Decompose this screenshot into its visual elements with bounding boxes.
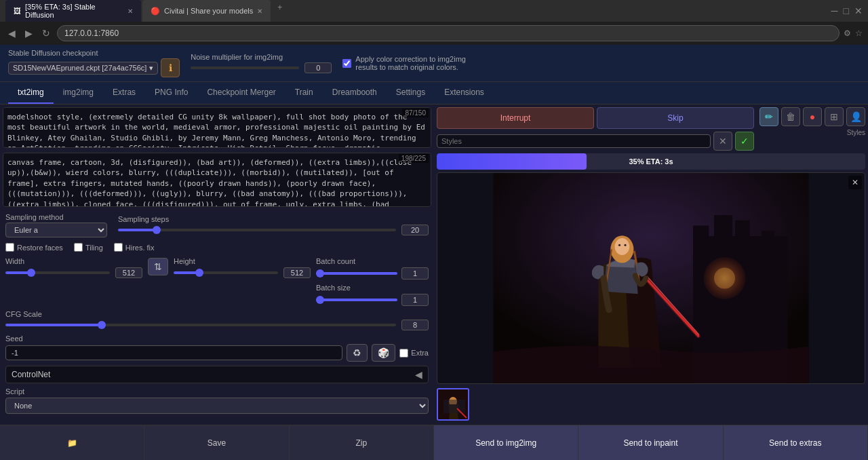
folder-button[interactable]: 📁 (0, 425, 144, 460)
width-value[interactable]: 512 (115, 267, 142, 278)
checkpoint-select[interactable]: SD15NewVAEpruned.ckpt [27a4ac756c] ▾ (8, 62, 158, 75)
tiling-checkbox[interactable] (74, 243, 83, 252)
seed-input[interactable]: -1 (5, 345, 342, 360)
batch-size-slider[interactable] (316, 299, 397, 301)
controlnet-collapse-icon[interactable]: ◀ (415, 369, 422, 380)
tab-favicon-2: 🔴 (151, 7, 160, 16)
height-value[interactable]: 512 (283, 267, 311, 278)
interrupt-button[interactable]: Interrupt (437, 107, 594, 129)
restore-faces-checkbox-item[interactable]: Restore faces (5, 243, 63, 252)
close-window-icon[interactable]: ✕ (854, 5, 863, 16)
styles-copy-icon[interactable]: ✕ (713, 132, 732, 151)
seed-recycle-button[interactable]: ♻ (347, 344, 368, 362)
send-img2img-button[interactable]: Send to img2img (434, 425, 578, 460)
main-content: 87/150 modelshoot style, (extremely deta… (0, 104, 868, 425)
sampling-steps-slider[interactable] (118, 229, 396, 231)
svg-point-12 (618, 244, 620, 246)
restore-icon[interactable]: □ (844, 5, 849, 16)
skip-button[interactable]: Skip (597, 107, 754, 129)
tab-extras[interactable]: Extras (103, 82, 145, 104)
styles-area: ✕ ✓ (437, 132, 754, 151)
tab-settings[interactable]: Settings (387, 82, 435, 104)
tab-checkpoint-merger[interactable]: Checkpoint Merger (197, 82, 285, 104)
tab-close-icon-2[interactable]: ✕ (257, 7, 262, 15)
tab-civitai[interactable]: 🔴 Civitai | Share your models ✕ (142, 0, 271, 22)
noise-input[interactable] (304, 62, 332, 73)
tab-stable-diffusion[interactable]: 🖼 [35% ETA: 3s] Stable Diffusion ✕ (5, 0, 141, 22)
zip-button[interactable]: Zip (290, 425, 434, 460)
chevron-down-icon: ▾ (149, 64, 153, 73)
new-tab-icon[interactable]: + (272, 0, 288, 22)
noise-section: Noise multiplier for img2img (191, 53, 332, 73)
style-icon-red-circle[interactable]: ● (803, 107, 822, 126)
tab-close-icon[interactable]: ✕ (127, 7, 133, 15)
style-icon-person[interactable]: 👤 (846, 107, 865, 126)
thumbnail-0[interactable] (437, 388, 469, 421)
batch-size-value[interactable]: 1 (401, 294, 429, 306)
batch-size-label: Batch size (316, 284, 429, 292)
cfg-value[interactable]: 8 (401, 320, 429, 330)
tab-img2img[interactable]: img2img (54, 82, 103, 104)
seed-label: Seed (5, 334, 429, 343)
image-close-button[interactable]: ✕ (848, 176, 862, 189)
sampling-method-select[interactable]: Euler a (5, 223, 107, 237)
cfg-slider[interactable] (5, 324, 396, 326)
sampling-steps-label: Sampling steps (118, 215, 429, 223)
width-group: Width 512 (5, 257, 142, 278)
hires-fix-checkbox-item[interactable]: Hires. fix (114, 243, 155, 252)
progress-bar: 35% ETA: 3s (437, 153, 865, 170)
send-inpaint-label: Send to inpaint (623, 438, 677, 448)
svg-rect-4 (714, 215, 732, 257)
svg-rect-3 (693, 226, 709, 258)
tab-extensions[interactable]: Extensions (435, 82, 494, 104)
hires-fix-label: Hires. fix (125, 244, 155, 252)
positive-prompt-input[interactable]: modelshoot style, (extremely detailed CG… (3, 107, 431, 148)
dim-row: Width 512 ⇅ Height (5, 257, 311, 278)
script-select[interactable]: None (5, 398, 429, 414)
forward-icon[interactable]: ▶ (22, 26, 35, 40)
send-inpaint-button[interactable]: Send to inpaint (578, 425, 723, 460)
style-icon-grid[interactable]: ⊞ (825, 107, 844, 126)
seed-extra-checkbox[interactable] (399, 349, 408, 358)
style-icon-row: ✏ 🗑 ● ⊞ 👤 (760, 107, 865, 126)
address-bar[interactable] (57, 25, 840, 41)
seed-dice-button[interactable]: 🎲 (372, 344, 395, 362)
sampling-steps-value[interactable]: 20 (401, 225, 429, 235)
height-slider-row: 512 (174, 267, 311, 278)
back-icon[interactable]: ◀ (5, 26, 18, 40)
styles-input[interactable] (437, 134, 711, 148)
script-section: Script None (5, 387, 429, 414)
height-slider[interactable] (174, 271, 278, 274)
tab-png-info[interactable]: PNG Info (145, 82, 197, 104)
tab-dreambooth[interactable]: Dreambooth (323, 82, 387, 104)
image-area: ✕ (437, 172, 865, 384)
width-label: Width (5, 257, 142, 265)
tiling-checkbox-item[interactable]: Tiling (74, 243, 103, 252)
controlnet-section[interactable]: ControlNet ◀ (5, 366, 429, 383)
restore-faces-checkbox[interactable] (5, 243, 14, 252)
width-slider[interactable] (5, 271, 110, 274)
negative-prompt-input[interactable]: canvas frame, cartoon, 3d, (disfigured))… (3, 153, 431, 207)
refresh-icon[interactable]: ↻ (39, 26, 53, 40)
seed-extra-label[interactable]: Extra (399, 349, 429, 358)
extensions-icon[interactable]: ⚙ (844, 28, 851, 38)
tab-train[interactable]: Train (285, 82, 323, 104)
checkpoint-info-icon[interactable]: ℹ (161, 58, 180, 77)
negative-prompt-area: 198/225 canvas frame, cartoon, 3d, (disf… (3, 153, 431, 209)
save-button[interactable]: Save (144, 425, 289, 460)
styles-apply-icon[interactable]: ✓ (735, 132, 754, 151)
batch-size-group: Batch size 1 (316, 284, 429, 306)
swap-dimensions-button[interactable]: ⇅ (148, 258, 168, 275)
right-controls-top: Interrupt Skip ✕ ✓ ✏ 🗑 ● ⊞ � (437, 107, 865, 151)
tiling-label: Tiling (85, 244, 103, 252)
color-correction-checkbox[interactable] (342, 59, 351, 68)
hires-fix-checkbox[interactable] (114, 243, 123, 252)
batch-count-value[interactable]: 1 (401, 267, 429, 280)
batch-count-slider[interactable] (316, 272, 397, 275)
tab-txt2img[interactable]: txt2img (8, 82, 54, 104)
style-icon-trash[interactable]: 🗑 (781, 107, 800, 126)
send-extras-button[interactable]: Send to extras (724, 425, 868, 460)
style-icon-pencil[interactable]: ✏ (760, 107, 778, 126)
minimize-icon[interactable]: ─ (831, 5, 838, 16)
bookmark-icon[interactable]: ☆ (855, 28, 863, 38)
